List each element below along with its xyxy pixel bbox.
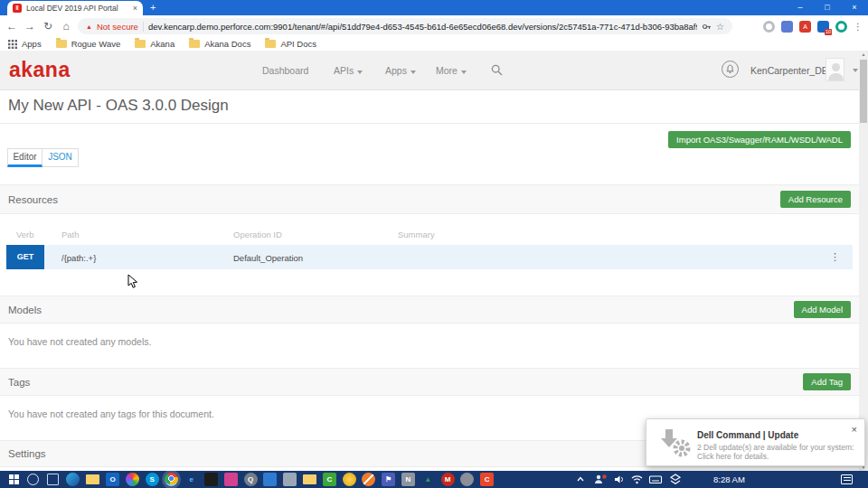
akana-logo[interactable]: akana <box>9 58 71 82</box>
bookmark-rogue-wave[interactable]: Rogue Wave <box>56 39 121 49</box>
row-operation-id: Default_Operation <box>233 253 303 263</box>
scroll-up-icon[interactable]: ▲ <box>860 52 867 57</box>
forward-icon[interactable]: → <box>22 18 38 34</box>
wifi-icon[interactable] <box>630 471 644 488</box>
bookmark-api-docs[interactable]: API Docs <box>265 39 316 49</box>
dropbox-icon[interactable] <box>668 471 683 488</box>
file-explorer-icon[interactable] <box>86 474 99 484</box>
volume-icon[interactable] <box>613 471 626 488</box>
nav-apis[interactable]: APIs <box>334 65 363 76</box>
chrome-icon[interactable] <box>165 473 178 486</box>
window-maximize-button[interactable]: □ <box>814 0 841 15</box>
start-button[interactable] <box>7 473 21 486</box>
gray-disc-app-icon[interactable] <box>460 473 474 486</box>
citrix-icon[interactable]: C <box>323 473 336 486</box>
outlook-icon[interactable]: O <box>106 473 119 486</box>
edge-browser-icon[interactable] <box>66 473 80 486</box>
scrollbar-thumb[interactable] <box>860 60 867 123</box>
column-header-verb: Verb <box>16 230 34 239</box>
notification-link[interactable]: Click here for details. <box>697 452 769 461</box>
import-button[interactable]: Import OAS3/Swagger/RAML/WSDL/WADL <box>668 131 851 148</box>
tab-close-icon[interactable]: × <box>133 4 137 13</box>
notifications-bell-icon[interactable] <box>722 61 739 78</box>
clock[interactable]: 8:28 AM <box>713 474 745 484</box>
flag-app-icon[interactable]: ⚑ <box>382 473 395 486</box>
folder-icon <box>135 40 146 48</box>
reload-icon[interactable]: ↻ <box>40 18 56 34</box>
orange-slash-app-icon[interactable] <box>362 473 375 486</box>
nav-more[interactable]: More <box>436 65 467 76</box>
control-panel-icon[interactable] <box>283 473 297 486</box>
extension-blue-icon[interactable] <box>781 21 793 33</box>
site-header: akana Dashboard APIs Apps More KenCarpen… <box>0 51 859 90</box>
red-c-app-icon[interactable]: C <box>480 473 494 486</box>
contact-app-icon[interactable] <box>263 473 277 486</box>
nav-label: APIs <box>334 65 354 76</box>
models-heading: Models <box>8 305 42 315</box>
close-icon[interactable]: × <box>852 424 857 435</box>
search-icon[interactable] <box>491 64 503 76</box>
row-menu-icon[interactable]: ⋮ <box>830 251 840 263</box>
back-icon[interactable]: ← <box>4 18 20 34</box>
add-tag-button[interactable]: Add Tag <box>803 373 851 390</box>
q-app-icon[interactable]: Q <box>244 473 258 486</box>
bookmark-label: Akana <box>150 39 175 49</box>
key-icon[interactable] <box>702 22 712 32</box>
window-close-button[interactable]: × <box>841 0 868 15</box>
bookmark-star-icon[interactable]: ☆ <box>716 22 724 32</box>
column-header-summary: Summary <box>398 230 435 239</box>
username-label[interactable]: KenCarpenter_DEV <box>750 65 835 76</box>
color-wheel-app-icon[interactable] <box>126 473 139 486</box>
resources-section-header: Resources <box>0 184 859 214</box>
apps-grid-icon <box>8 40 17 49</box>
bookmark-akana-docs[interactable]: Akana Docs <box>189 39 250 49</box>
gold-coin-app-icon[interactable] <box>343 473 356 486</box>
skype-icon[interactable]: S <box>146 473 159 486</box>
window-minimize-button[interactable]: – <box>787 0 814 15</box>
nav-label: Apps <box>385 65 407 76</box>
nav-apps[interactable]: Apps <box>385 65 416 76</box>
omnibox-divider <box>143 22 144 32</box>
chevron-down-icon <box>461 70 467 74</box>
not-secure-label[interactable]: Not secure <box>97 22 138 32</box>
chevron-down-icon[interactable] <box>853 69 858 72</box>
add-model-button[interactable]: Add Model <box>794 301 851 318</box>
terminal-icon[interactable] <box>204 473 218 486</box>
pine-app-icon[interactable]: ▲ <box>421 473 435 486</box>
browser-tab[interactable]: ‖ Local DEV 2019 API Portal × <box>7 1 143 15</box>
internet-explorer-icon[interactable]: e <box>184 473 198 486</box>
models-section-header: Models <box>0 296 859 324</box>
cortana-icon[interactable] <box>27 474 39 485</box>
chevron-down-icon <box>357 70 363 74</box>
task-view-icon[interactable] <box>47 474 59 485</box>
pink-app-icon[interactable] <box>224 473 238 486</box>
teams-icon[interactable] <box>593 471 608 488</box>
home-icon[interactable]: ⌂ <box>58 18 74 34</box>
add-resource-button[interactable]: Add Resource <box>780 191 851 208</box>
avatar[interactable] <box>826 58 844 81</box>
green-folder-app-icon[interactable] <box>303 474 316 484</box>
bookmark-label: Rogue Wave <box>71 39 121 49</box>
action-center-icon[interactable] <box>841 474 853 484</box>
mcafee-icon[interactable]: M <box>441 473 455 486</box>
extension-donut-icon[interactable] <box>763 21 775 33</box>
browser-menu-icon[interactable]: ⋮ <box>854 22 863 32</box>
extension-badged-icon[interactable]: 10 <box>817 21 829 33</box>
tab-json[interactable]: JSON <box>42 148 79 167</box>
apps-shortcut[interactable]: Apps <box>8 39 42 49</box>
browser-profile-icon[interactable] <box>835 21 847 33</box>
notepad-icon[interactable]: N <box>401 473 415 486</box>
bookmarks-bar: Apps Rogue Wave Akana Akana Docs API Doc… <box>0 37 868 51</box>
address-bar[interactable]: ▲ Not secure dev.kencarp.demo.perforce.c… <box>78 18 732 34</box>
url-text[interactable]: dev.kencarp.demo.perforce.com:9901/tenan… <box>148 22 697 32</box>
nav-dashboard[interactable]: Dashboard <box>262 65 308 76</box>
table-row[interactable]: GET /{path:.+} Default_Operation ⋮ <box>6 245 853 269</box>
tray-chevron-icon[interactable] <box>575 471 586 488</box>
dell-update-notification[interactable]: Dell Command | Update 2 Dell update(s) a… <box>646 418 865 466</box>
pdf-extension-icon[interactable]: A <box>799 21 811 33</box>
tab-editor[interactable]: Editor <box>7 148 42 167</box>
new-tab-button[interactable]: + <box>150 1 156 14</box>
bookmark-akana[interactable]: Akana <box>135 39 175 49</box>
dell-update-icon <box>657 427 692 458</box>
keyboard-icon[interactable] <box>648 471 663 488</box>
